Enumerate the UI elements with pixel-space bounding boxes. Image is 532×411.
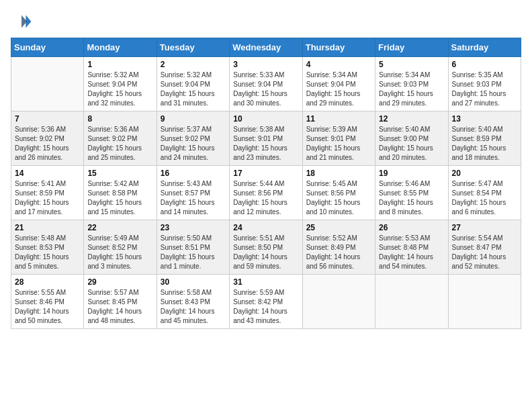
calendar-week-row: 1Sunrise: 5:32 AM Sunset: 9:04 PM Daylig… bbox=[11, 57, 521, 111]
day-info: Sunrise: 5:47 AM Sunset: 8:54 PM Dayligh… bbox=[452, 179, 517, 217]
day-number: 29 bbox=[87, 277, 152, 287]
calendar-day-cell: 3Sunrise: 5:33 AM Sunset: 9:04 PM Daylig… bbox=[230, 57, 302, 111]
day-info: Sunrise: 5:45 AM Sunset: 8:56 PM Dayligh… bbox=[306, 179, 371, 217]
logo-icon bbox=[11, 11, 32, 32]
day-number: 26 bbox=[379, 223, 444, 232]
calendar-day-cell: 31Sunrise: 5:59 AM Sunset: 8:42 PM Dayli… bbox=[230, 275, 302, 329]
calendar-day-cell: 30Sunrise: 5:58 AM Sunset: 8:43 PM Dayli… bbox=[157, 275, 229, 329]
calendar-day-cell: 12Sunrise: 5:40 AM Sunset: 9:00 PM Dayli… bbox=[375, 111, 448, 166]
day-number: 2 bbox=[161, 60, 226, 69]
day-info: Sunrise: 5:58 AM Sunset: 8:43 PM Dayligh… bbox=[161, 288, 226, 326]
calendar-day-cell: 2Sunrise: 5:32 AM Sunset: 9:04 PM Daylig… bbox=[157, 57, 229, 111]
day-of-week-header: Sunday bbox=[11, 38, 84, 57]
day-number: 19 bbox=[379, 169, 444, 178]
calendar-day-cell: 23Sunrise: 5:50 AM Sunset: 8:51 PM Dayli… bbox=[157, 220, 229, 275]
calendar-day-cell: 20Sunrise: 5:47 AM Sunset: 8:54 PM Dayli… bbox=[448, 166, 521, 220]
day-number: 9 bbox=[161, 114, 226, 124]
calendar-day-cell: 6Sunrise: 5:35 AM Sunset: 9:03 PM Daylig… bbox=[448, 57, 521, 111]
calendar-week-row: 28Sunrise: 5:55 AM Sunset: 8:46 PM Dayli… bbox=[11, 275, 521, 329]
calendar-day-cell: 16Sunrise: 5:43 AM Sunset: 8:57 PM Dayli… bbox=[157, 166, 229, 220]
day-info: Sunrise: 5:40 AM Sunset: 8:59 PM Dayligh… bbox=[452, 125, 517, 163]
day-number: 18 bbox=[306, 169, 371, 178]
calendar-day-cell: 14Sunrise: 5:41 AM Sunset: 8:59 PM Dayli… bbox=[11, 166, 84, 220]
day-info: Sunrise: 5:46 AM Sunset: 8:55 PM Dayligh… bbox=[379, 179, 444, 217]
calendar-day-cell: 22Sunrise: 5:49 AM Sunset: 8:52 PM Dayli… bbox=[84, 220, 157, 275]
calendar-week-row: 7Sunrise: 5:36 AM Sunset: 9:02 PM Daylig… bbox=[11, 111, 521, 166]
logo bbox=[11, 11, 35, 32]
calendar-day-cell: 18Sunrise: 5:45 AM Sunset: 8:56 PM Dayli… bbox=[302, 166, 375, 220]
day-info: Sunrise: 5:59 AM Sunset: 8:42 PM Dayligh… bbox=[233, 288, 298, 326]
day-info: Sunrise: 5:55 AM Sunset: 8:46 PM Dayligh… bbox=[15, 288, 80, 326]
day-info: Sunrise: 5:35 AM Sunset: 9:03 PM Dayligh… bbox=[452, 71, 517, 108]
day-info: Sunrise: 5:39 AM Sunset: 9:01 PM Dayligh… bbox=[306, 125, 371, 163]
day-info: Sunrise: 5:41 AM Sunset: 8:59 PM Dayligh… bbox=[15, 179, 80, 217]
day-number: 30 bbox=[161, 277, 226, 287]
day-info: Sunrise: 5:40 AM Sunset: 9:00 PM Dayligh… bbox=[379, 125, 444, 163]
calendar-day-cell: 13Sunrise: 5:40 AM Sunset: 8:59 PM Dayli… bbox=[448, 111, 521, 166]
day-number: 16 bbox=[161, 169, 226, 178]
day-info: Sunrise: 5:34 AM Sunset: 9:04 PM Dayligh… bbox=[306, 71, 371, 108]
day-info: Sunrise: 5:32 AM Sunset: 9:04 PM Dayligh… bbox=[87, 71, 152, 108]
day-number: 12 bbox=[379, 114, 444, 124]
day-number: 5 bbox=[379, 60, 444, 69]
calendar-week-row: 21Sunrise: 5:48 AM Sunset: 8:53 PM Dayli… bbox=[11, 220, 521, 275]
calendar-day-cell: 29Sunrise: 5:57 AM Sunset: 8:45 PM Dayli… bbox=[84, 275, 157, 329]
day-info: Sunrise: 5:32 AM Sunset: 9:04 PM Dayligh… bbox=[161, 71, 226, 108]
day-number: 23 bbox=[161, 223, 226, 232]
day-number: 11 bbox=[306, 114, 371, 124]
calendar-day-cell: 15Sunrise: 5:42 AM Sunset: 8:58 PM Dayli… bbox=[84, 166, 157, 220]
day-info: Sunrise: 5:42 AM Sunset: 8:58 PM Dayligh… bbox=[87, 179, 152, 217]
day-of-week-header: Saturday bbox=[448, 38, 521, 57]
day-info: Sunrise: 5:38 AM Sunset: 9:01 PM Dayligh… bbox=[233, 125, 298, 163]
day-info: Sunrise: 5:57 AM Sunset: 8:45 PM Dayligh… bbox=[87, 288, 152, 326]
day-of-week-header: Tuesday bbox=[157, 38, 229, 57]
calendar-day-cell: 8Sunrise: 5:36 AM Sunset: 9:02 PM Daylig… bbox=[84, 111, 157, 166]
calendar-day-cell: 25Sunrise: 5:52 AM Sunset: 8:49 PM Dayli… bbox=[302, 220, 375, 275]
day-of-week-header: Friday bbox=[375, 38, 448, 57]
day-number: 28 bbox=[15, 277, 80, 287]
day-info: Sunrise: 5:33 AM Sunset: 9:04 PM Dayligh… bbox=[233, 71, 298, 108]
calendar-day-cell: 11Sunrise: 5:39 AM Sunset: 9:01 PM Dayli… bbox=[302, 111, 375, 166]
day-number: 10 bbox=[233, 114, 298, 124]
calendar-day-cell: 7Sunrise: 5:36 AM Sunset: 9:02 PM Daylig… bbox=[11, 111, 84, 166]
day-of-week-header: Thursday bbox=[302, 38, 375, 57]
calendar-day-cell: 9Sunrise: 5:37 AM Sunset: 9:02 PM Daylig… bbox=[157, 111, 229, 166]
calendar-week-row: 14Sunrise: 5:41 AM Sunset: 8:59 PM Dayli… bbox=[11, 166, 521, 220]
day-number: 8 bbox=[87, 114, 152, 124]
day-number: 22 bbox=[87, 223, 152, 232]
day-number: 13 bbox=[452, 114, 517, 124]
day-info: Sunrise: 5:51 AM Sunset: 8:50 PM Dayligh… bbox=[233, 234, 298, 271]
calendar-day-cell: 21Sunrise: 5:48 AM Sunset: 8:53 PM Dayli… bbox=[11, 220, 84, 275]
day-info: Sunrise: 5:52 AM Sunset: 8:49 PM Dayligh… bbox=[306, 234, 371, 271]
day-number: 15 bbox=[87, 169, 152, 178]
day-info: Sunrise: 5:53 AM Sunset: 8:48 PM Dayligh… bbox=[379, 234, 444, 271]
calendar-day-cell bbox=[11, 57, 84, 111]
day-number: 21 bbox=[15, 223, 80, 232]
calendar-table: SundayMondayTuesdayWednesdayThursdayFrid… bbox=[11, 38, 521, 329]
calendar-day-cell: 19Sunrise: 5:46 AM Sunset: 8:55 PM Dayli… bbox=[375, 166, 448, 220]
day-number: 24 bbox=[233, 223, 298, 232]
day-number: 1 bbox=[87, 60, 152, 69]
day-number: 4 bbox=[306, 60, 371, 69]
day-of-week-header: Wednesday bbox=[230, 38, 302, 57]
day-number: 25 bbox=[306, 223, 371, 232]
day-number: 31 bbox=[233, 277, 298, 287]
day-info: Sunrise: 5:49 AM Sunset: 8:52 PM Dayligh… bbox=[87, 234, 152, 271]
day-info: Sunrise: 5:50 AM Sunset: 8:51 PM Dayligh… bbox=[161, 234, 226, 271]
day-info: Sunrise: 5:36 AM Sunset: 9:02 PM Dayligh… bbox=[87, 125, 152, 163]
calendar-day-cell: 27Sunrise: 5:54 AM Sunset: 8:47 PM Dayli… bbox=[448, 220, 521, 275]
calendar-header-row: SundayMondayTuesdayWednesdayThursdayFrid… bbox=[11, 38, 521, 57]
day-info: Sunrise: 5:43 AM Sunset: 8:57 PM Dayligh… bbox=[161, 179, 226, 217]
day-number: 20 bbox=[452, 169, 517, 178]
day-info: Sunrise: 5:54 AM Sunset: 8:47 PM Dayligh… bbox=[452, 234, 517, 271]
day-info: Sunrise: 5:36 AM Sunset: 9:02 PM Dayligh… bbox=[15, 125, 80, 163]
calendar-day-cell: 24Sunrise: 5:51 AM Sunset: 8:50 PM Dayli… bbox=[230, 220, 302, 275]
day-number: 17 bbox=[233, 169, 298, 178]
day-number: 14 bbox=[15, 169, 80, 178]
calendar-day-cell bbox=[448, 275, 521, 329]
day-info: Sunrise: 5:48 AM Sunset: 8:53 PM Dayligh… bbox=[15, 234, 80, 271]
day-number: 7 bbox=[15, 114, 80, 124]
calendar-day-cell: 28Sunrise: 5:55 AM Sunset: 8:46 PM Dayli… bbox=[11, 275, 84, 329]
calendar-day-cell: 1Sunrise: 5:32 AM Sunset: 9:04 PM Daylig… bbox=[84, 57, 157, 111]
calendar-day-cell: 17Sunrise: 5:44 AM Sunset: 8:56 PM Dayli… bbox=[230, 166, 302, 220]
